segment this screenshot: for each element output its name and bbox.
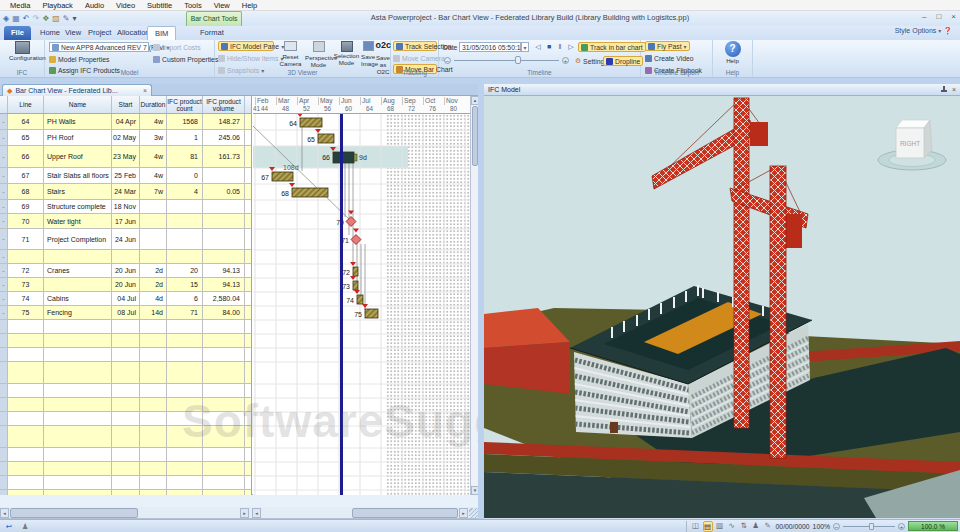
- table-row[interactable]: [0, 362, 252, 384]
- gantt-bar-65[interactable]: [318, 134, 334, 143]
- table-cell[interactable]: 20: [167, 264, 203, 278]
- table-cell[interactable]: [44, 320, 112, 334]
- minimize-icon[interactable]: –: [922, 12, 926, 21]
- table-cell[interactable]: 0: [167, 168, 203, 184]
- table-cell[interactable]: [140, 334, 167, 348]
- save-icon[interactable]: ▦: [12, 12, 20, 25]
- model-properties-button[interactable]: Model Properties: [49, 54, 109, 64]
- column-header[interactable]: [245, 96, 252, 113]
- table-cell[interactable]: [167, 426, 203, 448]
- qat-more-icon[interactable]: ▾: [73, 12, 77, 25]
- perspective-mode-button[interactable]: Perspective Mode: [305, 41, 332, 69]
- library-view-icon[interactable]: ▤: [703, 521, 713, 532]
- table-cell[interactable]: 148.27: [203, 114, 245, 130]
- table-row[interactable]: [0, 462, 252, 476]
- table-cell[interactable]: [44, 462, 112, 476]
- document-tab[interactable]: ◆ Bar Chart View - Federated Lib... ×: [2, 84, 152, 96]
- table-cell[interactable]: [245, 306, 252, 320]
- table-row[interactable]: [0, 412, 252, 426]
- table-cell[interactable]: [0, 448, 8, 462]
- step-back-button[interactable]: ◁: [533, 42, 543, 52]
- table-cell[interactable]: [203, 168, 245, 184]
- table-cell[interactable]: -: [0, 114, 8, 130]
- table-cell[interactable]: [140, 384, 167, 398]
- table-cell[interactable]: [44, 476, 112, 490]
- table-cell[interactable]: [0, 348, 8, 362]
- table-cell[interactable]: 25 Feb: [112, 168, 140, 184]
- table-cell[interactable]: 04 Jul: [112, 292, 140, 306]
- style-options-button[interactable]: Style Options ▾ ❓: [895, 27, 952, 35]
- table-row[interactable]: [0, 348, 252, 362]
- table-cell[interactable]: 4d: [140, 292, 167, 306]
- table-cell[interactable]: [44, 412, 112, 426]
- table-cell[interactable]: [112, 384, 140, 398]
- timeline-zoom-in-icon[interactable]: +: [562, 57, 569, 64]
- table-cell[interactable]: 94.13: [203, 278, 245, 292]
- menu-view[interactable]: View: [208, 1, 236, 10]
- table-cell[interactable]: [167, 348, 203, 362]
- table-cell[interactable]: [203, 348, 245, 362]
- play-button[interactable]: ▷: [566, 42, 576, 52]
- table-cell[interactable]: [44, 384, 112, 398]
- table-cell[interactable]: Structure complete: [44, 200, 112, 214]
- table-cell[interactable]: 2,580.04: [203, 292, 245, 306]
- table-cell[interactable]: [203, 200, 245, 214]
- table-cell[interactable]: [8, 448, 44, 462]
- table-cell[interactable]: [8, 462, 44, 476]
- table-cell[interactable]: 20 Jun: [112, 264, 140, 278]
- find-icon[interactable]: ◫: [691, 521, 701, 532]
- table-row[interactable]: -7320 Jun2d1594.13: [0, 278, 252, 292]
- table-cell[interactable]: [203, 398, 245, 412]
- table-cell[interactable]: [112, 398, 140, 412]
- table-cell[interactable]: [203, 476, 245, 490]
- figure-icon[interactable]: ♟: [20, 522, 30, 531]
- column-header[interactable]: Name: [44, 96, 112, 113]
- table-cell[interactable]: [203, 462, 245, 476]
- table-cell[interactable]: [8, 348, 44, 362]
- table-cell[interactable]: 3w: [140, 130, 167, 146]
- table-cell[interactable]: [167, 250, 203, 264]
- edit-icon[interactable]: ✎: [63, 12, 70, 25]
- table-cell[interactable]: 4w: [140, 168, 167, 184]
- table-cell[interactable]: PH Walls: [44, 114, 112, 130]
- table-cell[interactable]: [0, 384, 8, 398]
- configuration-button[interactable]: Configuration: [9, 41, 36, 69]
- menu-help[interactable]: Help: [236, 1, 263, 10]
- table-cell[interactable]: [140, 362, 167, 384]
- timeline-slider-track[interactable]: [454, 60, 559, 61]
- table-cell[interactable]: 74: [8, 292, 44, 306]
- table-cell[interactable]: [203, 412, 245, 426]
- gantt-bar-66[interactable]: [333, 152, 354, 163]
- table-cell[interactable]: [167, 229, 203, 250]
- table-cell[interactable]: [245, 426, 252, 448]
- table-cell[interactable]: 84.00: [203, 306, 245, 320]
- menu-audio[interactable]: Audio: [79, 1, 110, 10]
- pin-icon[interactable]: [941, 86, 947, 94]
- table-cell[interactable]: [245, 168, 252, 184]
- table-row[interactable]: [0, 490, 252, 495]
- table-cell[interactable]: 66: [8, 146, 44, 168]
- table-cell[interactable]: 69: [8, 200, 44, 214]
- table-scroll-left-icon[interactable]: ◂: [0, 508, 9, 518]
- table-cell[interactable]: -: [0, 292, 8, 306]
- resource-view-icon[interactable]: ♟: [751, 521, 761, 532]
- table-cell[interactable]: Stairs: [44, 184, 112, 200]
- zoom-in-icon[interactable]: +: [898, 523, 905, 530]
- menu-media[interactable]: Media: [4, 1, 36, 10]
- timeline-zoom-out-icon[interactable]: −: [444, 57, 451, 64]
- table-row[interactable]: [0, 426, 252, 448]
- table-cell[interactable]: [167, 320, 203, 334]
- table-cell[interactable]: [8, 334, 44, 348]
- table-cell[interactable]: [44, 490, 112, 495]
- table-cell[interactable]: [245, 490, 252, 495]
- table-row[interactable]: -74Cabins04 Jul4d62,580.04: [0, 292, 252, 306]
- table-cell[interactable]: [245, 130, 252, 146]
- table-cell[interactable]: [0, 476, 8, 490]
- table-cell[interactable]: [8, 384, 44, 398]
- column-header[interactable]: Line: [8, 96, 44, 113]
- table-row[interactable]: [0, 334, 252, 348]
- table-row[interactable]: -72Cranes20 Jun2d2094.13: [0, 264, 252, 278]
- table-cell[interactable]: [0, 398, 8, 412]
- table-cell[interactable]: Water tight: [44, 214, 112, 229]
- table-row[interactable]: -71Project Completion24 Jun: [0, 229, 252, 250]
